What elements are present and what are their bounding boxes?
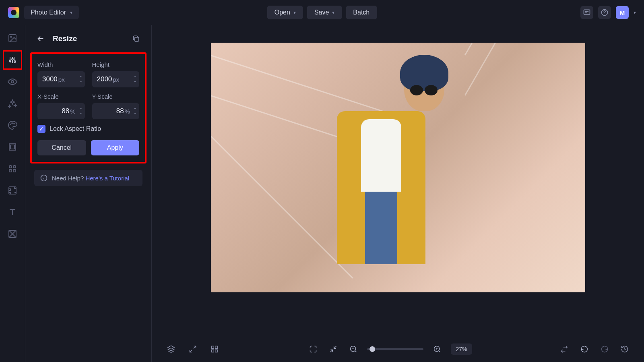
image-tool-icon[interactable] <box>7 33 18 43</box>
text-tool-icon[interactable] <box>7 207 18 217</box>
stepper-down-icon[interactable]: ⌄ <box>79 79 83 82</box>
bottom-toolbar: 27% <box>152 336 644 362</box>
tutorial-link[interactable]: Here's a Tutorial <box>85 175 129 182</box>
svg-rect-21 <box>212 346 214 349</box>
overlay-tool-icon[interactable] <box>7 185 18 196</box>
save-label: Save <box>314 9 329 16</box>
svg-point-4 <box>9 60 11 62</box>
px-unit: px <box>58 76 65 83</box>
compare-icon[interactable] <box>558 343 571 356</box>
zoom-percent[interactable]: 27% <box>451 343 472 355</box>
width-field: Width 3000 px ⌃ ⌄ <box>37 61 85 87</box>
apply-button[interactable]: Apply <box>91 140 140 155</box>
yscale-input[interactable]: 88 % ⌃ ⌄ <box>92 103 140 119</box>
svg-rect-23 <box>212 350 214 352</box>
help-icon[interactable] <box>598 6 611 19</box>
zoom-handle[interactable] <box>369 346 375 352</box>
open-button[interactable]: Open ▾ <box>267 6 303 19</box>
spinner-arrows: ⌃ ⌄ <box>133 108 137 114</box>
svg-point-8 <box>10 124 11 125</box>
resize-controls-box: Width 3000 px ⌃ ⌄ Height 2000 px <box>30 52 147 163</box>
height-value: 2000 <box>97 75 112 83</box>
xscale-value: 88 <box>62 107 69 115</box>
app-logo <box>8 7 19 18</box>
svg-rect-16 <box>13 170 16 172</box>
svg-rect-22 <box>215 346 218 349</box>
svg-rect-12 <box>10 145 14 149</box>
editing-image[interactable] <box>211 43 585 292</box>
spinner-arrows: ⌃ ⌄ <box>79 108 83 114</box>
header-center-group: Open ▾ Save ▾ Batch <box>267 6 377 19</box>
expand-icon[interactable] <box>186 343 199 356</box>
elements-tool-icon[interactable] <box>7 163 18 174</box>
svg-point-3 <box>10 36 12 37</box>
height-label: Height <box>92 61 140 68</box>
redo-icon[interactable] <box>598 343 611 356</box>
chevron-down-icon: ▾ <box>332 10 334 15</box>
eye-tool-icon[interactable] <box>7 77 18 87</box>
lock-aspect-checkbox[interactable]: ✓ <box>37 125 45 133</box>
svg-point-10 <box>14 123 14 124</box>
palette-tool-icon[interactable] <box>7 120 18 130</box>
bottom-right-group <box>558 343 631 356</box>
chevron-down-icon[interactable]: ▾ <box>634 10 636 15</box>
history-icon[interactable] <box>618 343 631 356</box>
svg-rect-15 <box>9 170 12 172</box>
fit-screen-icon[interactable] <box>307 343 320 356</box>
tool-rail <box>0 25 25 362</box>
canvas-area: 27% <box>152 25 644 362</box>
cancel-button[interactable]: Cancel <box>37 140 86 155</box>
copy-icon[interactable] <box>130 32 142 45</box>
dimension-row: Width 3000 px ⌃ ⌄ Height 2000 px <box>37 61 139 87</box>
app-dropdown-label: Photo Editor <box>31 9 66 16</box>
bottom-left-group <box>165 343 221 356</box>
xscale-label: X-Scale <box>37 93 85 100</box>
xscale-input[interactable]: 88 % ⌃ ⌄ <box>37 103 85 119</box>
fill-screen-icon[interactable] <box>327 343 340 356</box>
save-button[interactable]: Save ▾ <box>307 6 342 19</box>
lock-aspect-label: Lock Aspect Ratio <box>50 125 101 132</box>
stepper-down-icon[interactable]: ⌄ <box>79 111 83 114</box>
svg-point-9 <box>12 123 12 124</box>
app-header: Photo Editor ▾ Open ▾ Save ▾ Batch M ▾ <box>0 0 644 25</box>
adjust-tool-icon[interactable] <box>7 55 18 65</box>
action-buttons: Cancel Apply <box>37 140 139 155</box>
frame-tool-icon[interactable] <box>7 142 18 152</box>
zoom-slider[interactable] <box>367 348 423 350</box>
px-unit: px <box>113 76 119 83</box>
user-avatar[interactable]: M <box>616 6 629 19</box>
cancel-label: Cancel <box>52 144 72 151</box>
help-row: Need Help? Here's a Tutorial <box>34 170 142 186</box>
feedback-icon[interactable] <box>580 6 593 19</box>
svg-point-6 <box>14 61 16 62</box>
lock-aspect-row[interactable]: ✓ Lock Aspect Ratio <box>37 125 139 133</box>
zoom-in-icon[interactable] <box>431 343 444 356</box>
zoom-controls: 27% <box>307 343 472 356</box>
apply-label: Apply <box>107 144 123 151</box>
yscale-value: 88 <box>116 107 124 115</box>
stepper-down-icon[interactable]: ⌄ <box>133 111 137 114</box>
canvas[interactable] <box>152 25 644 336</box>
width-input[interactable]: 3000 px ⌃ ⌄ <box>37 71 85 87</box>
svg-rect-24 <box>215 350 218 352</box>
main-layout: Resize Width 3000 px ⌃ ⌄ <box>0 25 644 362</box>
layers-icon[interactable] <box>165 343 178 356</box>
width-value: 3000 <box>42 75 58 83</box>
batch-label: Batch <box>353 9 369 16</box>
percent-unit: % <box>70 108 75 115</box>
height-field: Height 2000 px ⌃ ⌄ <box>92 61 140 87</box>
help-text: Need Help? Here's a Tutorial <box>52 175 129 182</box>
back-button[interactable] <box>34 32 47 45</box>
grid-icon[interactable] <box>208 343 221 356</box>
avatar-letter: M <box>620 9 625 16</box>
zoom-out-icon[interactable] <box>347 343 360 356</box>
chevron-down-icon: ▾ <box>70 10 72 15</box>
height-input[interactable]: 2000 px ⌃ ⌄ <box>92 71 140 87</box>
undo-icon[interactable] <box>578 343 591 356</box>
batch-button[interactable]: Batch <box>346 6 377 19</box>
stepper-down-icon[interactable]: ⌄ <box>133 79 137 82</box>
effects-tool-icon[interactable] <box>7 98 18 109</box>
scale-row: X-Scale 88 % ⌃ ⌄ Y-Scale 88 % <box>37 93 139 119</box>
app-dropdown[interactable]: Photo Editor ▾ <box>24 6 79 19</box>
texture-tool-icon[interactable] <box>7 229 18 239</box>
